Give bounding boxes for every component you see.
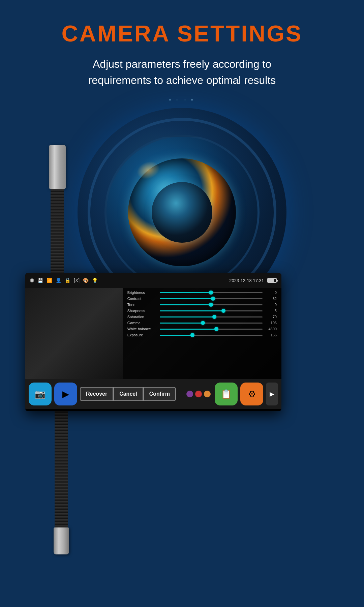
- setting-slider-5[interactable]: [160, 323, 263, 324]
- setting-row-sharpness: Sharpness5: [127, 309, 277, 313]
- setting-row-gamma: Gamma106: [127, 321, 277, 325]
- color-dots: [186, 391, 211, 397]
- header-subtitle: Adjust parameters freely according to re…: [0, 56, 364, 88]
- arrow-icon: ▶: [270, 390, 274, 398]
- color-dot-orange[interactable]: [204, 391, 211, 397]
- setting-value-7: 156: [265, 333, 277, 337]
- setting-label-7: Exposure: [127, 333, 158, 337]
- setting-slider-0[interactable]: [160, 292, 263, 293]
- setting-label-5: Gamma: [127, 321, 158, 325]
- status-time: 2023-12-18 17:31: [229, 278, 264, 283]
- setting-value-1: 32: [265, 297, 277, 301]
- settings-icon: ⚙: [248, 389, 256, 399]
- setting-row-contrast: Contrast32: [127, 297, 277, 301]
- camera-settings-panel: Brightness0Contrast32Tone0Sharpness5Satu…: [123, 288, 281, 379]
- user-icon: 👤: [56, 278, 61, 283]
- setting-slider-2[interactable]: [160, 304, 263, 305]
- setting-label-3: Sharpness: [127, 309, 158, 313]
- camera-left-view: [25, 288, 123, 379]
- setting-value-2: 0: [265, 303, 277, 307]
- probe-tip: [49, 145, 66, 189]
- wifi-icon: 📶: [47, 278, 52, 283]
- setting-slider-6[interactable]: [160, 329, 263, 330]
- recover-button[interactable]: Recover: [80, 387, 113, 401]
- cable-probe-bottom: [51, 409, 71, 605]
- battery-icon: [267, 278, 277, 283]
- setting-slider-4[interactable]: [160, 316, 263, 317]
- notes-icon: 📋: [221, 389, 232, 399]
- setting-label-6: White balance: [127, 327, 158, 331]
- arrow-button[interactable]: ▶: [266, 383, 278, 405]
- lock-icon: 🔓: [65, 278, 70, 283]
- setting-row-brightness: Brightness0: [127, 291, 277, 295]
- setting-label-1: Contrast: [127, 297, 158, 301]
- setting-label-0: Brightness: [127, 291, 158, 295]
- setting-slider-1[interactable]: [160, 298, 263, 299]
- color-icon: 🎨: [83, 278, 89, 283]
- color-dot-red[interactable]: [195, 391, 202, 397]
- bottom-toolbar: 📷 ▶ Recover Cancel Confirm 📋 ⚙ ▶: [25, 379, 281, 409]
- setting-row-saturation: Saturation70: [127, 315, 277, 319]
- save-icon: 💾: [37, 278, 43, 283]
- cable-bottom-tip: [54, 527, 69, 554]
- camera-view: Brightness0Contrast32Tone0Sharpness5Satu…: [25, 288, 281, 379]
- setting-label-2: Tone: [127, 303, 158, 307]
- setting-slider-3[interactable]: [160, 310, 263, 311]
- notes-button[interactable]: 📋: [215, 383, 238, 405]
- dots-indicator: ⠿ ⠿ ⠿ ⠿: [0, 98, 364, 102]
- confirm-button[interactable]: Confirm: [143, 387, 176, 401]
- status-bar: 💾 📶 👤 🔓 [X] 🎨 💡 2023-12-18 17:31: [25, 273, 281, 288]
- setting-value-4: 70: [265, 315, 277, 319]
- camera-icon: 📷: [35, 389, 46, 399]
- camera-button[interactable]: 📷: [29, 383, 52, 405]
- setting-value-3: 5: [265, 309, 277, 313]
- setting-label-4: Saturation: [127, 315, 158, 319]
- setting-value-0: 0: [265, 291, 277, 295]
- setting-row-tone: Tone0: [127, 303, 277, 307]
- setting-row-white-balance: White balance4600: [127, 327, 277, 331]
- setting-slider-7[interactable]: [160, 335, 263, 336]
- light-icon: 💡: [92, 278, 98, 283]
- record-indicator: [30, 278, 34, 282]
- action-buttons-group: Recover Cancel Confirm: [80, 387, 182, 401]
- settings-button[interactable]: ⚙: [240, 383, 263, 405]
- video-button[interactable]: ▶: [54, 383, 77, 405]
- grid-icon: [X]: [74, 278, 80, 283]
- setting-row-exposure: Exposure156: [127, 333, 277, 337]
- cable-bottom-body: [55, 409, 68, 527]
- color-dot-purple[interactable]: [186, 391, 193, 397]
- page-title: CAMERA SETTINGS: [0, 20, 364, 47]
- setting-value-5: 106: [265, 321, 277, 325]
- cancel-button[interactable]: Cancel: [113, 387, 143, 401]
- phone-screen: 💾 📶 👤 🔓 [X] 🎨 💡 2023-12-18 17:31 Brightn…: [25, 273, 281, 411]
- header-section: CAMERA SETTINGS Adjust parameters freely…: [0, 0, 364, 102]
- video-icon: ▶: [62, 389, 69, 399]
- setting-value-6: 4600: [265, 327, 277, 331]
